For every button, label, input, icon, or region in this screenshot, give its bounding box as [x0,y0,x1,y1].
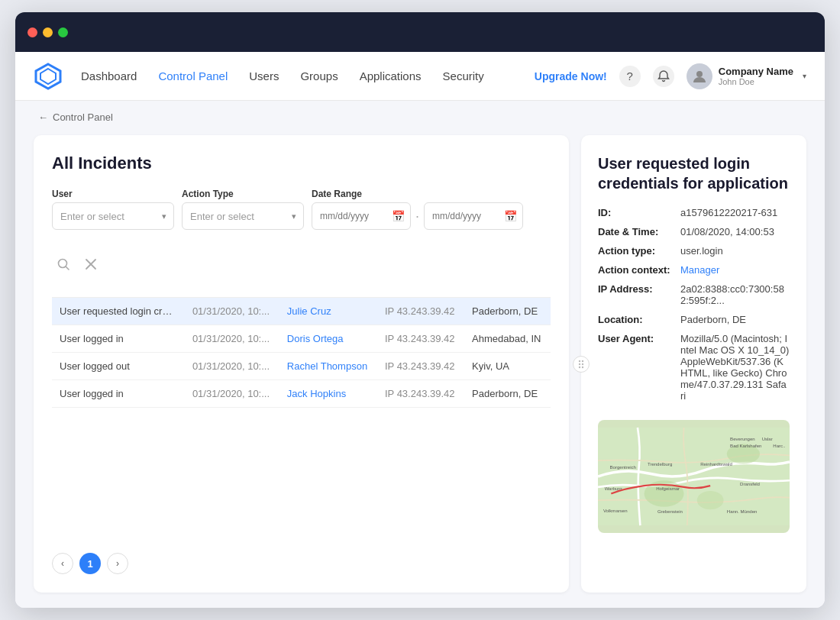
col-ip [377,285,464,298]
date-to-wrap: 📅 [424,202,523,230]
detail-row: ID: a1579612220217-631 [598,207,790,218]
cell-location: Ahmedabad, IN [464,325,551,353]
nav-links: Dashboard Control Panel Users Groups App… [81,69,535,82]
nav-groups[interactable]: Groups [300,69,338,82]
action-type-filter-group: Action Type Enter or select ▾ [182,189,304,230]
location-map: Borgentreich Trendelburg Reinhardtswald … [598,420,790,533]
cell-date: 01/31/2020, 10:... [185,353,279,380]
cell-date: 01/31/2020, 10:... [185,298,279,325]
nav-security[interactable]: Security [443,69,484,82]
detail-row: Action context: Manager [598,264,790,276]
svg-point-11 [579,366,580,367]
svg-text:Hofgeismar: Hofgeismar [656,486,680,491]
table-row[interactable]: User logged out 01/31/2020, 10:... Rache… [52,353,551,380]
titlebar [15,12,825,52]
cell-user: Julie Cruz [279,298,377,325]
cell-action: User logged out [52,353,185,380]
svg-text:Uslar: Uslar [762,437,773,441]
col-date [185,285,279,298]
date-range-filter: Date Range 📅 · 📅 [312,189,523,230]
navbar: Dashboard Control Panel Users Groups App… [15,52,825,101]
cell-location: Kyiv, UA [464,353,551,380]
detail-value: Mozilla/5.0 (Macintosh; Intel Mac OS X 1… [680,333,790,402]
next-page-button[interactable]: › [107,553,128,574]
detail-label: Action context: [598,264,674,276]
action-type-filter-wrap: Enter or select ▾ [182,202,304,230]
panel-resize-handle[interactable] [573,356,590,373]
date-separator: · [415,208,419,224]
user-company: Company Name [719,66,793,77]
app-logo[interactable] [34,62,63,91]
user-link[interactable]: Jack Hopkins [287,388,346,399]
current-page-indicator: 1 [79,553,101,574]
breadcrumb-arrow-icon: ← [38,111,48,123]
col-location [464,285,551,298]
date-range-label: Date Range [312,189,523,199]
notifications-icon[interactable] [653,66,674,87]
clear-filters-button[interactable] [79,253,102,276]
nav-users[interactable]: Users [249,69,279,82]
maximize-button[interactable] [58,27,68,37]
breadcrumb[interactable]: ← Control Panel [15,101,825,123]
detail-label: Location: [598,314,674,325]
detail-row: Date & Time: 01/08/2020, 14:00:53 [598,226,790,237]
detail-panel: User requested login credentials for app… [581,135,806,593]
date-inputs: 📅 · 📅 [312,202,523,230]
date-from-input[interactable] [312,202,411,230]
detail-row: IP Address: 2a02:8388:cc0:7300:582:595f:… [598,283,790,306]
cell-ip: IP 43.243.39.42 [377,380,464,408]
user-role: John Doe [719,77,793,86]
cell-ip: IP 43.243.39.42 [377,298,464,325]
user-link[interactable]: Doris Ortega [287,333,344,344]
svg-text:Grebenstein: Grebenstein [657,509,683,514]
cell-user: Jack Hopkins [279,380,377,408]
detail-row: User Agent: Mozilla/5.0 (Macintosh; Inte… [598,333,790,402]
main-area: All Incidents User Enter or select ▾ A [15,123,825,608]
nav-dashboard[interactable]: Dashboard [81,69,137,82]
help-icon[interactable]: ? [619,66,641,87]
detail-value: a1579612220217-631 [680,207,777,218]
date-from-wrap: 📅 [312,202,411,230]
cell-action: User requested login credentials... [52,298,185,325]
user-info: Company Name John Doe [719,66,793,86]
svg-point-2 [696,71,703,77]
svg-text:Bad Karlshafen: Bad Karlshafen [730,444,761,448]
svg-text:Beverungen: Beverungen [730,437,755,441]
col-action [52,285,185,298]
detail-value[interactable]: Manager [680,264,719,276]
detail-label: ID: [598,207,674,218]
table-row[interactable]: User requested login credentials... 01/3… [52,298,551,325]
detail-row: Location: Paderborn, DE [598,314,790,325]
user-menu[interactable]: Company Name John Doe ▾ [687,63,806,89]
action-type-filter-select[interactable]: Enter or select [182,202,304,230]
incidents-panel: All Incidents User Enter or select ▾ A [34,135,569,593]
svg-text:Trendelburg: Trendelburg [648,462,672,467]
user-link[interactable]: Rachel Thompson [287,360,367,372]
app-window: Dashboard Control Panel Users Groups App… [15,12,825,608]
detail-value: 2a02:8388:cc0:7300:582:595f:2... [680,283,790,306]
nav-applications[interactable]: Applications [360,69,422,82]
nav-control-panel[interactable]: Control Panel [158,69,228,82]
upgrade-button[interactable]: Upgrade Now! [535,70,607,82]
table-row[interactable]: User logged in 01/31/2020, 10:... Doris … [52,325,551,353]
close-button[interactable] [27,27,37,37]
user-filter-group: User Enter or select ▾ [52,189,174,230]
svg-marker-0 [36,64,60,89]
svg-point-9 [579,363,580,364]
search-button[interactable] [52,253,75,276]
minimize-button[interactable] [43,27,53,37]
table-row[interactable]: User logged in 01/31/2020, 10:... Jack H… [52,380,551,408]
user-filter-label: User [52,189,174,199]
cell-date: 01/31/2020, 10:... [185,380,279,408]
user-avatar [687,63,712,89]
user-filter-select[interactable]: Enter or select [52,202,174,230]
user-filter-wrap: Enter or select ▾ [52,202,174,230]
breadcrumb-label: Control Panel [53,111,113,123]
date-to-input[interactable] [424,202,523,230]
user-link[interactable]: Julie Cruz [287,305,331,317]
svg-point-12 [582,366,583,367]
detail-fields: ID: a1579612220217-631 Date & Time: 01/0… [598,207,790,409]
svg-text:Hann. Münden: Hann. Münden [727,509,758,514]
prev-page-button[interactable]: ‹ [52,553,73,574]
cell-user: Doris Ortega [279,325,377,353]
